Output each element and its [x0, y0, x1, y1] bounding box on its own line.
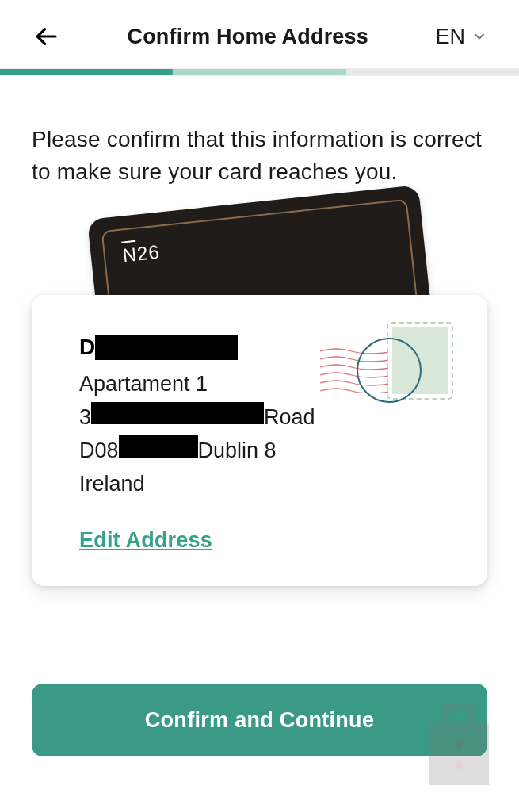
bank-card-logo: N26: [122, 241, 162, 267]
address-line-street: 3 Road: [79, 401, 440, 435]
city-suffix: Dublin 8: [198, 435, 277, 468]
page-title: Confirm Home Address: [127, 25, 368, 49]
recipient-name-initial: D: [79, 335, 95, 360]
confirm-continue-button[interactable]: Confirm and Continue: [32, 684, 487, 756]
back-button[interactable]: [32, 22, 60, 51]
redacted-street: [91, 402, 264, 424]
arrow-left-icon: [33, 24, 59, 49]
card-area: N26 D Apartament 1 3 Road D08: [32, 220, 487, 600]
instruction-text: Please confirm that this information is …: [0, 76, 519, 220]
postage-stamp-illustration: [325, 319, 452, 406]
chevron-down-icon: [471, 29, 487, 44]
redacted-name: [95, 335, 238, 360]
address-line-city: D08 Dublin 8: [79, 435, 440, 468]
progress-segment-1: [0, 69, 173, 75]
progress-bar: [0, 68, 519, 76]
redacted-postal: [119, 435, 198, 458]
progress-segment-3: [346, 69, 519, 75]
edit-address-link[interactable]: Edit Address: [79, 528, 212, 553]
language-label: EN: [435, 25, 465, 49]
address-line-country: Ireland: [79, 468, 440, 501]
language-selector[interactable]: EN: [435, 25, 487, 49]
header: Confirm Home Address EN: [0, 0, 519, 68]
progress-segment-2: [173, 69, 345, 75]
address-card: D Apartament 1 3 Road D08 Dublin 8 Irela…: [32, 295, 487, 585]
postal-prefix: D08: [79, 435, 119, 468]
street-suffix: Road: [264, 401, 315, 435]
street-prefix: 3: [79, 401, 91, 435]
